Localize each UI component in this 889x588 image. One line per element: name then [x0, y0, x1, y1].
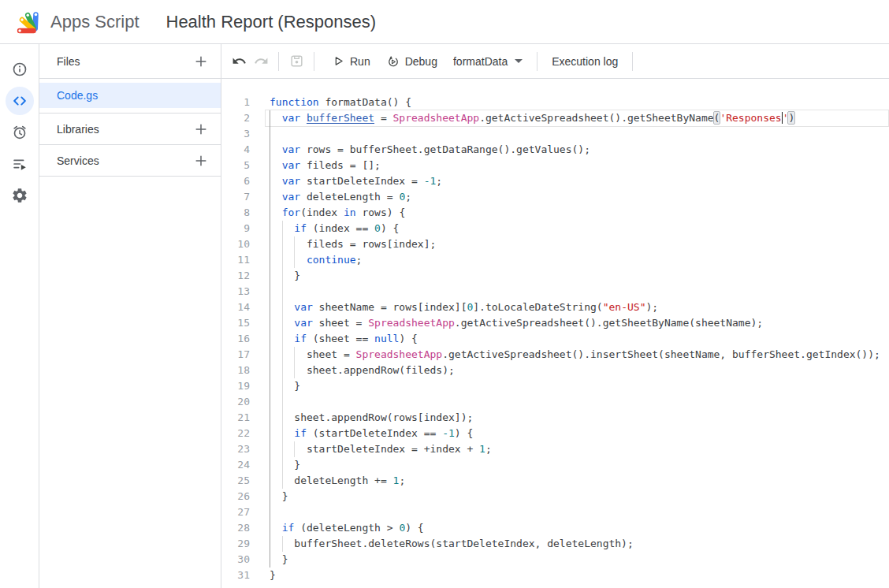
line-number[interactable]: 11: [221, 252, 250, 268]
code-line[interactable]: }: [250, 489, 889, 504]
line-number[interactable]: 18: [221, 363, 250, 378]
code-line[interactable]: }: [250, 568, 889, 583]
line-number[interactable]: 21: [221, 410, 250, 426]
indent-guide: [282, 300, 283, 315]
code-token: [270, 143, 282, 155]
add-library-button[interactable]: [191, 119, 211, 140]
sidebar-item-triggers[interactable]: [6, 118, 34, 147]
line-number[interactable]: 25: [221, 473, 250, 489]
line-number-gutter: 1234567891011121314151617181920212223242…: [221, 95, 250, 588]
code-line[interactable]: if (deleteLength > 0) {: [250, 520, 889, 536]
line-number[interactable]: 20: [221, 394, 250, 410]
code-line[interactable]: [250, 126, 889, 142]
undo-button[interactable]: [228, 50, 250, 73]
line-number[interactable]: 29: [221, 536, 250, 552]
line-number[interactable]: 14: [221, 300, 250, 315]
line-number[interactable]: 30: [221, 552, 250, 568]
line-number[interactable]: 2: [221, 110, 250, 126]
code-line[interactable]: deleteLength += 1;: [250, 473, 889, 489]
line-number[interactable]: 7: [221, 189, 250, 205]
code-line[interactable]: for(index in rows) {: [250, 205, 889, 221]
code-line[interactable]: var rows = bufferSheet.getDataRange().ge…: [250, 142, 889, 158]
redo-button[interactable]: [250, 50, 272, 73]
gear-icon: [11, 187, 28, 204]
code-editor[interactable]: 1234567891011121314151617181920212223242…: [221, 79, 889, 588]
apps-script-ide: Apps Script Health Report (Responses): [0, 0, 889, 588]
code-line[interactable]: sheet.appendRow(rows[index]);: [250, 410, 889, 426]
file-item-code-gs[interactable]: Code.gs: [39, 83, 221, 108]
line-number[interactable]: 23: [221, 441, 250, 457]
code-line[interactable]: var startDeleteIndex = -1;: [250, 173, 889, 189]
code-line[interactable]: [250, 284, 889, 300]
line-number[interactable]: 12: [221, 268, 250, 284]
code-line[interactable]: var bufferSheet = SpreadsheetApp.getActi…: [250, 110, 889, 126]
code-token: [270, 112, 282, 124]
code-line[interactable]: bufferSheet.deleteRows(startDeleteIndex,…: [250, 536, 889, 552]
code-line[interactable]: function formatData() {: [250, 95, 889, 110]
code-line[interactable]: if (sheet == null) {: [250, 331, 889, 347]
code-line[interactable]: }: [250, 457, 889, 473]
line-number[interactable]: 13: [221, 284, 250, 300]
line-number[interactable]: 28: [221, 520, 250, 536]
code-line[interactable]: fileds = rows[index];: [250, 236, 889, 252]
code-line[interactable]: if (startDeleteIndex == -1) {: [250, 426, 889, 441]
code-line[interactable]: var fileds = [];: [250, 158, 889, 173]
indent-guide: [270, 126, 270, 142]
sidebar-item-overview[interactable]: [6, 55, 34, 84]
save-button[interactable]: [285, 50, 307, 73]
code-line[interactable]: startDeleteIndex = +index + 1;: [250, 441, 889, 457]
line-number[interactable]: 1: [221, 95, 250, 110]
line-number[interactable]: 22: [221, 426, 250, 441]
add-file-button[interactable]: [191, 51, 211, 72]
toolbar-divider: [314, 52, 314, 71]
code-line[interactable]: }: [250, 268, 889, 284]
code-line[interactable]: var sheetName = rows[index][0].toLocaleD…: [250, 300, 889, 315]
code-line[interactable]: sheet.appendRow(fileds);: [250, 363, 889, 378]
apps-script-logo-icon[interactable]: [14, 9, 43, 35]
code-token: (startDeleteIndex ==: [307, 427, 442, 439]
code-line[interactable]: }: [250, 378, 889, 394]
code-line[interactable]: }: [250, 552, 889, 568]
code-line[interactable]: [250, 394, 889, 410]
execution-log-button[interactable]: Execution log: [544, 50, 626, 73]
line-number[interactable]: 6: [221, 173, 250, 189]
line-number[interactable]: 24: [221, 457, 250, 473]
code-line[interactable]: [250, 504, 889, 520]
left-nav-rail: [0, 44, 39, 588]
indent-guide: [270, 331, 270, 347]
line-number[interactable]: 10: [221, 236, 250, 252]
code-line[interactable]: continue;: [250, 252, 889, 268]
indent-guide: [282, 347, 283, 363]
sidebar-item-settings[interactable]: [6, 181, 34, 210]
plus-icon: [193, 153, 209, 169]
line-number[interactable]: 31: [221, 568, 250, 583]
line-number[interactable]: 9: [221, 221, 250, 236]
run-button[interactable]: Run: [324, 50, 378, 72]
sidebar-item-executions[interactable]: [6, 150, 34, 178]
function-selector-dropdown[interactable]: formatData: [445, 50, 530, 73]
line-number[interactable]: 15: [221, 315, 250, 331]
code-line[interactable]: if (index == 0) {: [250, 221, 889, 236]
indent-guide: [282, 268, 283, 284]
line-number[interactable]: 8: [221, 205, 250, 221]
code-line[interactable]: var deleteLength = 0;: [250, 189, 889, 205]
indent-guide: [282, 252, 283, 268]
line-number[interactable]: 19: [221, 378, 250, 394]
line-number[interactable]: 17: [221, 347, 250, 363]
line-number[interactable]: 5: [221, 158, 250, 173]
app-name[interactable]: Apps Script: [50, 12, 139, 32]
line-number[interactable]: 4: [221, 142, 250, 158]
code-line[interactable]: sheet = SpreadsheetApp.getActiveSpreadsh…: [250, 347, 889, 363]
indent-guide: [270, 552, 270, 568]
line-number[interactable]: 16: [221, 331, 250, 347]
code-token: function: [270, 96, 319, 108]
code-token: ;: [485, 443, 492, 455]
debug-button[interactable]: Debug: [378, 50, 445, 73]
project-title[interactable]: Health Report (Responses): [166, 12, 377, 32]
add-service-button[interactable]: [191, 151, 211, 171]
sidebar-item-editor[interactable]: [6, 87, 34, 115]
code-line[interactable]: var sheet = SpreadsheetApp.getActiveSpre…: [250, 315, 889, 331]
line-number[interactable]: 27: [221, 504, 250, 520]
line-number[interactable]: 3: [221, 126, 250, 142]
line-number[interactable]: 26: [221, 489, 250, 504]
